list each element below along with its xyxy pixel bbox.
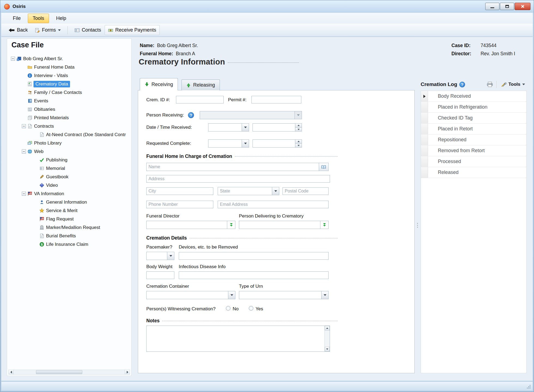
tree-item-obituaries[interactable]: Obituaries: [8, 105, 131, 114]
notes-textarea[interactable]: [147, 326, 324, 351]
dropdown-button[interactable]: [295, 111, 302, 119]
case-id-value: 743544: [481, 43, 496, 48]
spin-down-button[interactable]: [295, 127, 302, 131]
crem-id-input[interactable]: [176, 96, 224, 103]
pacemaker-select[interactable]: [146, 252, 174, 260]
tree-item-funeral-home-data[interactable]: Funeral Home Data: [8, 63, 131, 71]
tree-item-video[interactable]: Video: [8, 181, 131, 189]
lookup-contact-button[interactable]: [227, 221, 235, 229]
scroll-down-button[interactable]: [325, 347, 330, 351]
tab-receiving[interactable]: Receiving: [140, 78, 178, 90]
tree-item-printed-materials[interactable]: Printed Materials: [8, 114, 131, 122]
fh-phone-input[interactable]: [146, 201, 213, 208]
funeral-director-select[interactable]: [146, 221, 235, 229]
dropdown-button[interactable]: [272, 187, 279, 195]
back-button[interactable]: Back: [5, 25, 31, 35]
help-icon[interactable]: ?: [459, 82, 465, 87]
tree-expander[interactable]: [11, 57, 15, 61]
tree-item-interview-vitals[interactable]: Interview - Vitals: [8, 71, 131, 80]
type-of-urn-select[interactable]: [239, 291, 329, 299]
spin-up-button[interactable]: [295, 140, 302, 143]
person-delivering-select[interactable]: [239, 221, 329, 229]
resize-grip[interactable]: [527, 385, 530, 389]
notes-scrollbar[interactable]: [324, 326, 330, 351]
print-button[interactable]: [486, 81, 494, 88]
dropdown-button[interactable]: [228, 291, 235, 299]
log-row-checked-id-tag[interactable]: Checked ID Tag: [421, 113, 526, 124]
fh-city-input[interactable]: [146, 187, 213, 195]
scroll-up-button[interactable]: [325, 326, 330, 330]
help-icon[interactable]: ?: [188, 112, 194, 118]
dropdown-button[interactable]: [242, 124, 249, 131]
tree-item-general-information[interactable]: General Information: [8, 198, 131, 206]
tree-item-crematory-data[interactable]: Crematory Data: [8, 80, 131, 88]
tree-item-publishing[interactable]: Publishing: [8, 156, 131, 164]
tree-expander[interactable]: [22, 192, 26, 196]
tree-item-case-root[interactable]: Bob Greg Albert Sr.: [8, 54, 131, 63]
body-weight-input[interactable]: [146, 271, 174, 279]
witness-no-radio[interactable]: [226, 306, 230, 311]
fh-name-input[interactable]: [146, 163, 329, 171]
permit-input[interactable]: [251, 96, 301, 103]
scroll-right-button[interactable]: [125, 370, 130, 374]
infectious-disease-input[interactable]: [179, 271, 329, 279]
fh-state-select[interactable]: [218, 187, 279, 195]
dropdown-button[interactable]: [321, 291, 328, 299]
tab-releasing[interactable]: Releasing: [181, 79, 220, 90]
maximize-button[interactable]: [500, 3, 514, 10]
log-row-processed[interactable]: Processed: [421, 156, 526, 167]
close-button[interactable]: [515, 3, 530, 10]
spin-up-button[interactable]: [295, 124, 302, 127]
fh-postal-input[interactable]: [283, 187, 329, 195]
log-row-placed-in-refrigeration[interactable]: Placed in Refrigeration: [421, 102, 526, 113]
requested-date-input[interactable]: [208, 139, 249, 148]
tree-item-memorial[interactable]: Memorial: [8, 164, 131, 173]
panel-splitter-handle[interactable]: [417, 222, 418, 230]
tree-expander[interactable]: [22, 149, 26, 154]
scroll-left-button[interactable]: [9, 370, 14, 374]
requested-time-spinner[interactable]: [253, 139, 302, 148]
spin-down-button[interactable]: [295, 143, 302, 148]
tree-item-va-information[interactable]: VA Information: [8, 189, 131, 198]
fh-address-input[interactable]: [146, 175, 330, 183]
witness-yes-radio[interactable]: [249, 306, 253, 311]
log-row-body-received[interactable]: Body Received: [421, 91, 526, 102]
receive-payments-button[interactable]: Receive Payments: [105, 25, 160, 35]
cremation-container-select[interactable]: [146, 291, 235, 299]
contacts-button[interactable]: Contacts: [71, 25, 105, 35]
horizontal-scrollbar[interactable]: [8, 370, 130, 375]
log-row-repositioned[interactable]: Repositioned: [421, 134, 526, 145]
time-received-spinner[interactable]: [253, 123, 302, 131]
menu-help[interactable]: Help: [51, 14, 71, 23]
devices-input[interactable]: [179, 252, 329, 260]
menu-tools[interactable]: Tools: [28, 14, 49, 23]
tree-item-service-merit[interactable]: Service & Merit: [8, 206, 131, 215]
fh-name-lookup-button[interactable]: [319, 163, 328, 171]
tree-item-events[interactable]: Events: [8, 97, 131, 105]
tree-item-burial-benefits[interactable]: Burial Benefits: [8, 232, 131, 240]
log-row-released[interactable]: Released: [421, 167, 526, 178]
log-row-removed-from-retort[interactable]: Removed from Retort: [421, 145, 526, 156]
tree-item-web[interactable]: Web: [8, 147, 131, 156]
date-received-input[interactable]: [208, 123, 249, 131]
log-row-placed-in-retort[interactable]: Placed in Retort: [421, 124, 526, 134]
tree-item-photo-library[interactable]: Photo Library: [8, 139, 131, 147]
log-tools-button[interactable]: Tools: [499, 81, 527, 88]
tree-item-contracts[interactable]: Contracts: [8, 122, 131, 130]
tree-item-family-case-contacts[interactable]: Family / Case Contacts: [8, 88, 131, 97]
tree-item-guestbook[interactable]: Guestbook: [8, 173, 131, 181]
tree-item-flag-request[interactable]: Flag Request: [8, 215, 131, 223]
fh-email-input[interactable]: [218, 201, 329, 208]
scrollbar-thumb[interactable]: [36, 370, 82, 374]
tree-item-marker-medallion[interactable]: Marker/Medallion Request: [8, 223, 131, 232]
dropdown-button[interactable]: [167, 252, 174, 260]
tree-expander[interactable]: [22, 124, 26, 128]
tree-item-at-need-contract[interactable]: At-Need Contract (Doe Standard Contr: [8, 130, 131, 139]
person-receiving-select[interactable]: [200, 111, 302, 119]
forms-button[interactable]: Forms: [31, 25, 64, 35]
tree-item-life-insurance-claim[interactable]: Life Insurance Claim: [8, 240, 131, 249]
menu-file[interactable]: File: [8, 14, 26, 23]
minimize-button[interactable]: [485, 3, 499, 10]
dropdown-button[interactable]: [242, 140, 249, 147]
lookup-contact-button[interactable]: [320, 221, 328, 229]
